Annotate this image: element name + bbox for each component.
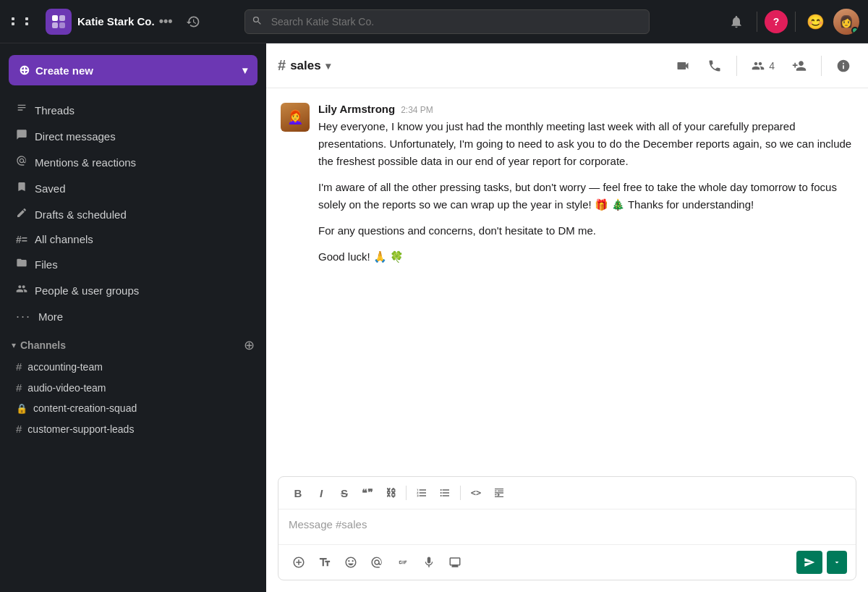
message-timestamp: 2:34 PM bbox=[401, 105, 433, 115]
apps-grid-icon[interactable] bbox=[9, 14, 40, 28]
threads-icon bbox=[16, 103, 27, 117]
video-call-icon[interactable] bbox=[670, 53, 696, 79]
divider-2 bbox=[795, 12, 796, 32]
svg-rect-3 bbox=[59, 22, 65, 28]
text-format-icon[interactable] bbox=[313, 551, 336, 574]
channel-label: audio-video-team bbox=[27, 382, 106, 394]
files-icon bbox=[16, 257, 27, 271]
sidebar-channel-accounting-team[interactable]: # accounting-team bbox=[4, 357, 262, 376]
channel-hash-icon: # bbox=[16, 423, 22, 435]
history-icon[interactable] bbox=[182, 10, 205, 33]
channel-label: content-creation-squad bbox=[33, 402, 137, 414]
channel-info-icon[interactable] bbox=[830, 53, 856, 79]
message-content: Lily Armstrong 2:34 PM Hey everyone, I k… bbox=[318, 103, 854, 266]
add-member-icon[interactable] bbox=[786, 53, 812, 79]
sidebar-channel-audio-video-team[interactable]: # audio-video-team bbox=[4, 378, 262, 397]
sidebar-item-people[interactable]: People & user groups bbox=[4, 278, 262, 303]
create-new-chevron-icon: ▾ bbox=[242, 64, 247, 76]
people-label: People & user groups bbox=[35, 284, 139, 297]
composer-toolbar: B I S ❝❞ ⛓ <> bbox=[278, 477, 856, 509]
phone-call-icon[interactable] bbox=[702, 53, 728, 79]
audio-message-icon[interactable] bbox=[417, 551, 441, 574]
saved-icon bbox=[16, 181, 27, 195]
threads-label: Threads bbox=[35, 104, 75, 117]
send-button[interactable] bbox=[796, 551, 822, 574]
message-header: Lily Armstrong 2:34 PM bbox=[318, 103, 854, 115]
member-count-number: 4 bbox=[769, 60, 775, 72]
drafts-icon bbox=[16, 207, 27, 221]
all-channels-icon: #= bbox=[16, 234, 27, 245]
gif-icon[interactable] bbox=[391, 551, 414, 574]
workspace-options-icon[interactable]: ••• bbox=[159, 14, 173, 29]
sidebar-item-drafts[interactable]: Drafts & scheduled bbox=[4, 202, 262, 227]
channel-lock-icon: 🔒 bbox=[16, 403, 27, 414]
help-icon[interactable]: ? bbox=[765, 10, 788, 33]
svg-rect-2 bbox=[52, 22, 58, 28]
message-author-name: Lily Armstrong bbox=[318, 103, 395, 115]
sidebar-item-all-channels[interactable]: #= All channels bbox=[4, 228, 262, 250]
topnav-right-icons: ? 😊 👩 bbox=[723, 9, 859, 35]
search-bar bbox=[244, 9, 650, 34]
screen-share-icon[interactable] bbox=[443, 551, 467, 574]
sidebar-item-saved[interactable]: Saved bbox=[4, 176, 262, 200]
message-paragraph-1: Hey everyone, I know you just had the mo… bbox=[318, 118, 854, 170]
channel-title[interactable]: # sales ▾ bbox=[278, 57, 331, 74]
search-icon bbox=[252, 15, 263, 28]
channels-section-header[interactable]: ▾ Channels ⊕ bbox=[0, 330, 266, 356]
bullet-list-button[interactable] bbox=[434, 483, 456, 503]
search-input[interactable] bbox=[244, 9, 650, 34]
quote-button[interactable]: ❝❞ bbox=[357, 483, 378, 503]
sidebar-item-direct-messages[interactable]: Direct messages bbox=[4, 124, 262, 148]
members-count[interactable]: 4 bbox=[746, 56, 780, 75]
indent-button[interactable] bbox=[488, 483, 510, 503]
sidebar-item-mentions[interactable]: Mentions & reactions bbox=[4, 150, 262, 174]
sidebar: ⊕ Create new ▾ Threads Direct messages bbox=[0, 43, 266, 592]
sidebar-channel-customer-support-leads[interactable]: # customer-support-leads bbox=[4, 419, 262, 439]
code-button[interactable]: <> bbox=[465, 483, 487, 503]
people-icon bbox=[16, 283, 27, 297]
chat-area: # sales ▾ 4 bbox=[266, 43, 868, 592]
all-channels-label: All channels bbox=[35, 233, 93, 245]
message-paragraph-3: For any questions and concerns, don't he… bbox=[318, 222, 854, 240]
italic-button[interactable]: I bbox=[310, 483, 332, 503]
saved-label: Saved bbox=[35, 182, 66, 195]
message-paragraph-4: Good luck! 🙏 🍀 bbox=[318, 248, 854, 266]
message-paragraph-2: I'm aware of all the other pressing task… bbox=[318, 179, 854, 213]
add-attachment-icon[interactable] bbox=[287, 551, 310, 574]
message-author-avatar: 👩‍🦰 bbox=[281, 103, 310, 132]
workspace-name[interactable]: Katie Stark Co. ••• bbox=[77, 14, 173, 29]
ordered-list-button[interactable] bbox=[411, 483, 433, 503]
files-label: Files bbox=[35, 258, 58, 271]
user-avatar[interactable]: 👩 bbox=[833, 9, 859, 35]
mention-icon[interactable] bbox=[365, 551, 388, 574]
workspace-logo[interactable] bbox=[46, 9, 72, 35]
dm-label: Direct messages bbox=[35, 130, 116, 143]
message-input[interactable]: Message #sales bbox=[278, 509, 856, 544]
channel-hash-icon: # bbox=[278, 57, 286, 74]
dm-icon bbox=[16, 129, 27, 143]
svg-rect-1 bbox=[59, 15, 65, 21]
message-composer: B I S ❝❞ ⛓ <> Message #sales bbox=[278, 476, 856, 580]
sidebar-item-threads[interactable]: Threads bbox=[4, 98, 262, 122]
channel-label: accounting-team bbox=[27, 361, 103, 373]
more-icon: ··· bbox=[16, 309, 31, 324]
status-emoji-icon[interactable]: 😊 bbox=[803, 9, 829, 35]
send-options-button[interactable] bbox=[827, 551, 847, 574]
channels-section-title: Channels bbox=[20, 339, 239, 351]
notifications-icon[interactable] bbox=[723, 9, 749, 35]
sidebar-channel-content-creation-squad[interactable]: 🔒 content-creation-squad bbox=[4, 399, 262, 418]
sidebar-item-more[interactable]: ··· More bbox=[4, 304, 262, 329]
emoji-picker-icon[interactable] bbox=[339, 551, 362, 574]
channel-hash-icon: # bbox=[16, 381, 22, 394]
strikethrough-button[interactable]: S bbox=[333, 483, 355, 503]
sidebar-item-files[interactable]: Files bbox=[4, 252, 262, 276]
link-button[interactable]: ⛓ bbox=[380, 483, 401, 503]
chat-header: # sales ▾ 4 bbox=[266, 43, 868, 88]
svg-rect-0 bbox=[52, 15, 58, 21]
channel-name: sales bbox=[290, 59, 321, 73]
bold-button[interactable]: B bbox=[287, 483, 309, 503]
create-new-button[interactable]: ⊕ Create new ▾ bbox=[9, 55, 258, 85]
channels-collapse-icon: ▾ bbox=[12, 340, 16, 350]
add-channel-icon[interactable]: ⊕ bbox=[244, 337, 255, 353]
create-new-label: Create new bbox=[35, 64, 237, 77]
